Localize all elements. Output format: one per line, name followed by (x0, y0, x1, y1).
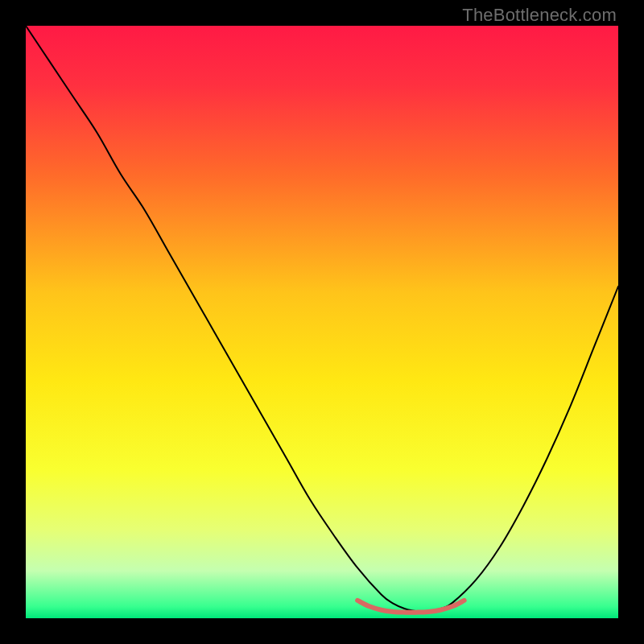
chart-frame (26, 26, 618, 618)
chart-background (26, 26, 618, 618)
chart-plot-area (26, 26, 618, 618)
chart-svg (26, 26, 618, 618)
watermark-text: TheBottleneck.com (462, 5, 617, 26)
